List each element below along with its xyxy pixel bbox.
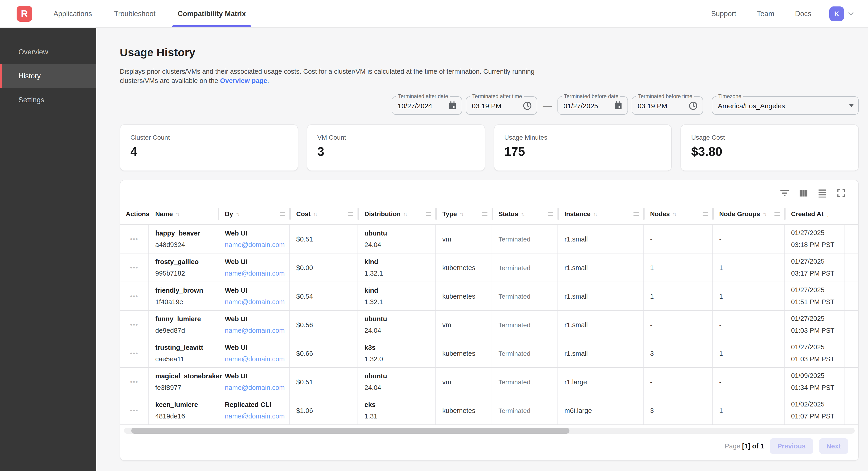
avatar[interactable]: K xyxy=(829,6,844,21)
top-nav: R Applications Troubleshoot Compatibilit… xyxy=(0,0,868,28)
sort-icon[interactable]: ↑↓ xyxy=(593,211,597,216)
sort-icon[interactable]: ↑↓ xyxy=(403,211,407,216)
active-tab-indicator xyxy=(173,25,251,27)
cell-name: keen_lumiere4819de16 xyxy=(149,396,218,424)
row-actions-button[interactable]: ••• xyxy=(130,321,138,328)
nav-link-docs[interactable]: Docs xyxy=(795,9,811,18)
cell-distribution: kind1.32.1 xyxy=(358,282,436,310)
replicated-logo[interactable]: R xyxy=(17,6,32,22)
cell-name: happy_beavera48d9324 xyxy=(149,225,218,253)
terminated-after-time-field[interactable]: Terminated after time 03:19 PM xyxy=(466,96,537,115)
column-header-by[interactable]: By ↑↓ xyxy=(218,203,290,225)
terminated-before-date-field[interactable]: Terminated before date 01/27/2025 xyxy=(557,96,628,115)
row-actions-button[interactable]: ••• xyxy=(130,350,138,357)
row-actions-button[interactable]: ••• xyxy=(130,407,138,414)
density-icon[interactable] xyxy=(817,188,828,198)
column-menu-icon[interactable] xyxy=(774,212,780,216)
column-header-nodes[interactable]: Nodes ↑↓ xyxy=(644,203,713,225)
column-header-status[interactable]: Status ↑↓ xyxy=(492,203,558,225)
creator-email-link[interactable]: name@domain.com xyxy=(225,327,289,334)
creator-email-link[interactable]: name@domain.com xyxy=(225,298,289,305)
cell-cost: $0.51 xyxy=(290,225,358,253)
column-menu-icon[interactable] xyxy=(703,212,708,216)
filter-icon[interactable] xyxy=(779,188,790,198)
column-header-created-at[interactable]: Created At ↓ xyxy=(785,203,844,225)
nav-tabs: Applications Troubleshoot Compatibility … xyxy=(54,0,246,27)
calendar-icon[interactable] xyxy=(609,101,623,110)
cell-status: Terminated xyxy=(492,368,558,396)
sidebar-item-overview[interactable]: Overview xyxy=(0,40,96,64)
column-menu-icon[interactable] xyxy=(482,212,488,216)
table-row: ••• keen_lumiere4819de16 Replicated CLIn… xyxy=(120,396,858,425)
column-header-distribution[interactable]: Distribution ↑↓ xyxy=(358,203,436,225)
creator-email-link[interactable]: name@domain.com xyxy=(225,241,289,248)
cell-created-at: 01/27/202503:18 PM PST xyxy=(785,225,844,253)
nav-tab-troubleshoot[interactable]: Troubleshoot xyxy=(114,0,155,27)
column-header-cost[interactable]: Cost ↑↓ xyxy=(290,203,358,225)
nav-link-team[interactable]: Team xyxy=(757,9,774,18)
calendar-icon[interactable] xyxy=(443,101,457,110)
terminated-after-date-field[interactable]: Terminated after date 10/27/2024 xyxy=(392,96,462,115)
column-menu-icon[interactable] xyxy=(426,212,431,216)
cell-node-groups: - xyxy=(713,368,785,396)
cell-instance: r1.small xyxy=(558,254,644,282)
row-actions-button[interactable]: ••• xyxy=(130,235,138,242)
nav-link-support[interactable]: Support xyxy=(711,9,736,18)
cell-type: kubernetes xyxy=(436,396,492,424)
sort-icon[interactable]: ↑↓ xyxy=(236,211,239,216)
cell-cost: $0.66 xyxy=(290,339,358,367)
cell-node-groups: 1 xyxy=(713,254,785,282)
overview-page-link[interactable]: Overview page xyxy=(220,77,267,84)
clock-icon[interactable] xyxy=(684,101,698,110)
row-actions-button[interactable]: ••• xyxy=(130,378,138,385)
column-header-node-groups[interactable]: Node Groups ↑↓ xyxy=(713,203,785,225)
nav-tab-applications[interactable]: Applications xyxy=(54,0,92,27)
sort-icon[interactable]: ↑↓ xyxy=(521,211,524,216)
next-button[interactable]: Next xyxy=(819,438,848,454)
stat-cards: Cluster Count 4 VM Count 3 Usage Minutes… xyxy=(120,124,859,171)
creator-email-link[interactable]: name@domain.com xyxy=(225,384,289,391)
cell-name: magical_stonebrakerfe3f8977 xyxy=(149,368,218,396)
column-header-type[interactable]: Type ↑↓ xyxy=(436,203,492,225)
sidebar-item-settings[interactable]: Settings xyxy=(0,88,96,112)
terminated-before-time-field[interactable]: Terminated before time 03:19 PM xyxy=(632,96,703,115)
timezone-select[interactable]: Timezone America/Los_Angeles xyxy=(712,96,859,115)
creator-email-link[interactable]: name@domain.com xyxy=(225,355,289,363)
sort-icon[interactable]: ↑↓ xyxy=(313,211,316,216)
scrollbar-thumb[interactable] xyxy=(131,428,570,434)
cell-instance: m6i.large xyxy=(558,396,644,424)
row-actions-button[interactable]: ••• xyxy=(130,293,138,300)
row-actions-button[interactable]: ••• xyxy=(130,264,138,271)
account-menu[interactable]: K xyxy=(829,6,855,21)
fullscreen-icon[interactable] xyxy=(836,188,846,198)
sort-desc-icon[interactable]: ↓ xyxy=(826,210,830,218)
page-title: Usage History xyxy=(120,46,859,59)
previous-button[interactable]: Previous xyxy=(770,438,813,454)
clock-icon[interactable] xyxy=(518,101,532,110)
sort-icon[interactable]: ↑↓ xyxy=(460,211,463,216)
columns-icon[interactable] xyxy=(799,188,809,198)
creator-email-link[interactable]: name@domain.com xyxy=(225,270,289,277)
cell-nodes: - xyxy=(644,311,713,339)
sort-icon[interactable]: ↑↓ xyxy=(763,211,766,216)
horizontal-scrollbar[interactable] xyxy=(124,428,855,434)
sort-icon[interactable]: ↑↓ xyxy=(673,211,676,216)
chevron-down-icon[interactable] xyxy=(847,9,855,18)
column-menu-icon[interactable] xyxy=(548,212,553,216)
nav-tab-compatibility-matrix[interactable]: Compatibility Matrix xyxy=(178,0,246,27)
column-header-instance[interactable]: Instance ↑↓ xyxy=(558,203,644,225)
cell-distribution: eks1.31 xyxy=(358,396,436,424)
cell-node-groups: 1 xyxy=(713,339,785,367)
dropdown-arrow-icon[interactable] xyxy=(849,104,854,107)
column-header-actions: Actions xyxy=(120,203,149,225)
sidebar-item-history[interactable]: History xyxy=(0,64,96,88)
creator-email-link[interactable]: name@domain.com xyxy=(225,412,289,420)
column-menu-icon[interactable] xyxy=(280,212,285,216)
column-menu-icon[interactable] xyxy=(633,212,639,216)
sort-icon[interactable]: ↑↓ xyxy=(176,211,179,216)
app-root: R Applications Troubleshoot Compatibilit… xyxy=(0,0,868,471)
cell-cost: $0.56 xyxy=(290,311,358,339)
column-header-name[interactable]: Name ↑↓ xyxy=(149,203,218,225)
column-menu-icon[interactable] xyxy=(348,212,353,216)
cell-by: Web UIname@domain.com xyxy=(218,311,290,339)
